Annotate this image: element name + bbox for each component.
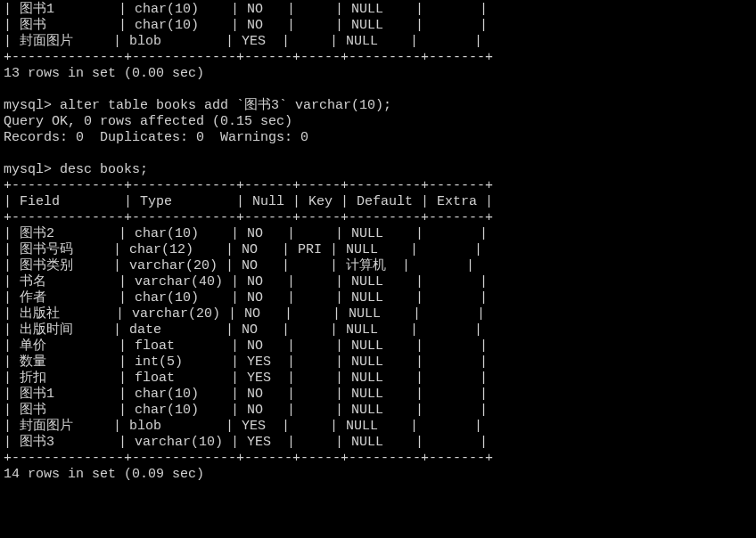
table-row: | 封面图片 | blob | YES | | NULL | | bbox=[4, 34, 482, 49]
table-row: | 图书 | char(10) | NO | | NULL | | bbox=[4, 18, 488, 33]
table-row: | 图书3 | varchar(10) | YES | | NULL | | bbox=[4, 435, 488, 450]
table-header: | Field | Type | Null | Key | Default | … bbox=[4, 194, 493, 209]
table-row: | 图书1 | char(10) | NO | | NULL | | bbox=[4, 2, 488, 17]
table-row: | 折扣 | float | YES | | NULL | | bbox=[4, 371, 488, 386]
table-row: | 图书类别 | varchar(20) | NO | | 计算机 | | bbox=[4, 258, 474, 273]
table-row: | 作者 | char(10) | NO | | NULL | | bbox=[4, 290, 488, 306]
rows-in-set: 13 rows in set (0.00 sec) bbox=[4, 66, 204, 81]
mysql-prompt-alter: mysql> alter table books add `图书3` varch… bbox=[4, 98, 391, 113]
table-row: | 图书1 | char(10) | NO | | NULL | | bbox=[4, 387, 488, 402]
table-row: | 出版社 | varchar(20) | NO | | NULL | | bbox=[4, 306, 485, 322]
table-row: | 图书 | char(10) | NO | | NULL | | bbox=[4, 403, 488, 418]
table-row: | 封面图片 | blob | YES | | NULL | | bbox=[4, 419, 482, 434]
table-row: | 单价 | float | NO | | NULL | | bbox=[4, 338, 488, 354]
terminal-output[interactable]: | 图书1 | char(10) | NO | | NULL | | | 图书 … bbox=[0, 0, 756, 485]
table-row: | 图书号码 | char(12) | NO | PRI | NULL | | bbox=[4, 242, 482, 257]
table-border: +--------------+-------------+------+---… bbox=[4, 50, 493, 65]
table-border: +--------------+-------------+------+---… bbox=[4, 451, 493, 466]
table-row: | 数量 | int(5) | YES | | NULL | | bbox=[4, 355, 488, 370]
records-line: Records: 0 Duplicates: 0 Warnings: 0 bbox=[4, 130, 308, 145]
table-row: | 图书2 | char(10) | NO | | NULL | | bbox=[4, 226, 488, 241]
rows-in-set: 14 rows in set (0.09 sec) bbox=[4, 467, 204, 482]
table-border: +--------------+-------------+------+---… bbox=[4, 178, 493, 193]
table-row: | 书名 | varchar(40) | NO | | NULL | | bbox=[4, 274, 488, 289]
query-ok: Query OK, 0 rows affected (0.15 sec) bbox=[4, 114, 292, 129]
table-row: | 出版时间 | date | NO | | NULL | | bbox=[4, 322, 482, 338]
table-border: +--------------+-------------+------+---… bbox=[4, 210, 493, 225]
mysql-prompt-desc: mysql> desc books; bbox=[4, 162, 148, 177]
